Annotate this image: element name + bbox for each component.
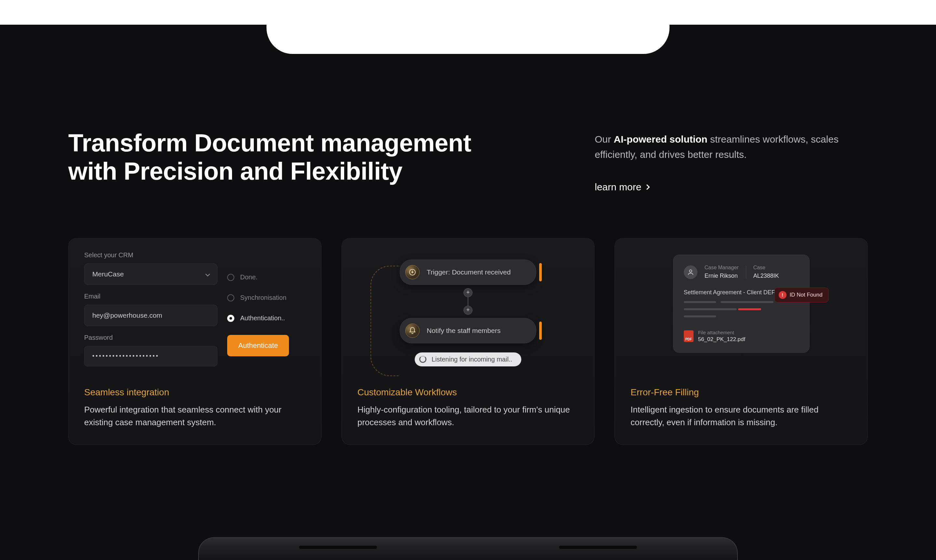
- card2-desc: Highly-configuration tooling, tailored t…: [358, 403, 579, 429]
- attachment-filename: 56_02_PK_122.pdf: [698, 336, 746, 343]
- skeleton-bar-error-icon: [738, 308, 761, 310]
- chevron-down-icon: [205, 272, 210, 277]
- card1-desc: Powerful integration that seamless conne…: [84, 403, 305, 429]
- learn-more-label: learn more: [595, 182, 641, 192]
- feature-card-integration: Select your CRM MeruCase Email hey@power…: [68, 238, 321, 445]
- skeleton-bar-icon: [684, 301, 716, 303]
- card2-title: Customizable Workflows: [358, 387, 579, 398]
- case-label: Case: [753, 265, 779, 271]
- skeleton-bar-icon: [684, 315, 716, 317]
- speaker-slot-icon: [299, 546, 377, 549]
- skeleton-bar-icon: [720, 301, 774, 303]
- radio-active-icon: [227, 315, 234, 322]
- status-auth-label: Authentication..: [240, 314, 285, 322]
- card2-illustration: Trigger: Document received + + Notify th…: [342, 238, 594, 381]
- status-sync: Synchronisation: [227, 294, 305, 302]
- listening-label: Listening for incoming mail..: [432, 356, 512, 363]
- hero-title-line1: Transform Document management: [68, 129, 471, 157]
- bell-circle-icon: [405, 323, 419, 338]
- crm-label: Select your CRM: [84, 251, 217, 259]
- card1-illustration: Select your CRM MeruCase Email hey@power…: [69, 238, 321, 381]
- radio-empty-icon: [227, 274, 234, 281]
- hero-heading-block: Transform Document management with Preci…: [68, 129, 471, 192]
- workflow-trigger-pill[interactable]: Trigger: Document received: [400, 260, 536, 285]
- password-input[interactable]: ••••••••••••••••••••: [84, 346, 217, 366]
- status-done-label: Done.: [240, 274, 258, 281]
- workflow-notify-label: Notify the staff members: [427, 327, 501, 335]
- attachment-row[interactable]: PDF File attachement 56_02_PK_122.pdf: [684, 330, 799, 343]
- divider-icon: [746, 266, 746, 279]
- pdf-file-icon: PDF: [684, 330, 694, 342]
- workflow-notify-pill[interactable]: Notify the staff members: [400, 318, 536, 343]
- doc-meta-row: Case Manager Ernie Rikson Case AL2388IK: [684, 265, 799, 286]
- email-input[interactable]: hey@powerhouse.com: [84, 305, 217, 326]
- speaker-slot-icon: [559, 546, 637, 549]
- status-sync-label: Synchronisation: [240, 294, 286, 302]
- skeleton-row: [684, 315, 799, 323]
- authenticate-button[interactable]: Authenticate: [227, 335, 289, 356]
- dark-hero-section: Transform Document management with Preci…: [0, 25, 936, 560]
- chevron-right-icon: [645, 185, 650, 190]
- listening-status-pill: Listening for incoming mail..: [415, 352, 521, 366]
- hero-subtext-prefix: Our: [595, 134, 614, 145]
- status-done: Done.: [227, 274, 305, 281]
- feature-cards-row: Select your CRM MeruCase Email hey@power…: [68, 238, 868, 445]
- password-value: ••••••••••••••••••••: [92, 353, 159, 360]
- add-node-button[interactable]: +: [463, 288, 473, 297]
- crm-select-value: MeruCase: [92, 270, 124, 278]
- warning-icon: !: [779, 291, 786, 299]
- case-manager-label: Case Manager: [705, 265, 739, 271]
- case-value: AL2388IK: [753, 272, 779, 279]
- feature-card-error-free: Case Manager Ernie Rikson Case AL2388IK: [615, 238, 868, 445]
- case-manager-value: Ernie Rikson: [705, 272, 739, 279]
- spinner-icon: [419, 356, 426, 363]
- status-auth: Authentication..: [227, 314, 305, 322]
- crm-form-mock: Select your CRM MeruCase Email hey@power…: [84, 251, 305, 374]
- top-white-notch: [267, 25, 669, 54]
- hero-subtext-block: Our AI-powered solution streamlines work…: [595, 129, 868, 192]
- attachment-label: File attachement: [698, 330, 746, 335]
- tablet-bezel: [198, 537, 738, 560]
- password-label: Password: [84, 334, 217, 342]
- card3-desc: Intelligent ingestion to ensure document…: [631, 403, 852, 429]
- feature-card-workflows: Trigger: Document received + + Notify th…: [342, 238, 595, 445]
- card3-body: Error-Free Filling Intelligent ingestion…: [615, 381, 867, 445]
- user-avatar-icon: [684, 265, 697, 279]
- card2-body: Customizable Workflows Highly-configurat…: [342, 381, 594, 445]
- hero-title-line2: with Precision and Flexibility: [68, 157, 402, 185]
- card1-title: Seamless integration: [84, 387, 305, 398]
- connector-line-icon: [468, 297, 468, 306]
- learn-more-link[interactable]: learn more: [595, 182, 649, 192]
- error-badge: ! ID Not Found: [774, 288, 829, 302]
- download-circle-icon: [405, 265, 419, 279]
- skeleton-row: [684, 308, 799, 315]
- card1-body: Seamless integration Powerful integratio…: [69, 381, 321, 445]
- error-badge-label: ID Not Found: [790, 292, 823, 298]
- email-label: Email: [84, 293, 217, 300]
- hero-subtext-strong: AI-powered solution: [614, 134, 707, 145]
- content-wrapper: Transform Document management with Preci…: [0, 25, 936, 445]
- hero-row: Transform Document management with Preci…: [68, 129, 868, 192]
- hero-subtext: Our AI-powered solution streamlines work…: [595, 132, 868, 162]
- card3-illustration: Case Manager Ernie Rikson Case AL2388IK: [615, 238, 867, 381]
- svg-point-1: [689, 269, 692, 272]
- workflow-trigger-label: Trigger: Document received: [427, 268, 510, 276]
- hero-title: Transform Document management with Preci…: [68, 129, 471, 186]
- radio-empty-icon: [227, 294, 234, 302]
- email-value: hey@powerhouse.com: [92, 311, 162, 319]
- skeleton-bar-icon: [684, 308, 737, 310]
- add-node-button[interactable]: +: [463, 306, 473, 315]
- card3-title: Error-Free Filling: [631, 387, 852, 398]
- document-panel: Case Manager Ernie Rikson Case AL2388IK: [673, 255, 810, 353]
- dashed-connector-icon: [370, 266, 400, 376]
- crm-select[interactable]: MeruCase: [84, 263, 217, 285]
